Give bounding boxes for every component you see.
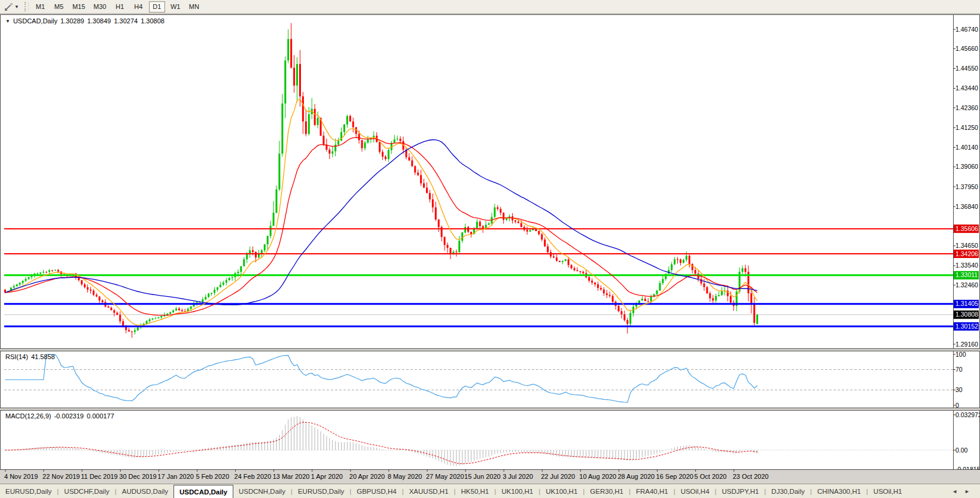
candle [620,311,622,314]
chart-tab-hk50-h1[interactable]: HK50,H1 [456,484,495,498]
chart-tab-uk100-h1[interactable]: UK100,H1 [496,484,538,498]
chart-tab-uk100-h1[interactable]: UK100,H1 [540,484,583,498]
candle [134,330,136,332]
candle [157,317,159,318]
chart-tab-china300-h1[interactable]: CHINA300,H1 [812,484,866,498]
timeframe-button-d1[interactable]: D1 [149,1,165,13]
candle [388,150,389,159]
chart-tab-xauusd-h1[interactable]: XAUUSD,H1 [404,484,454,498]
candle [647,301,649,302]
candle [650,296,652,301]
candle [497,207,498,209]
chart-tab-usoil-h4[interactable]: USOil,H4 [675,484,715,498]
crosshair-cursor-tool-button[interactable]: ▼ [1,1,22,13]
candle [364,142,366,148]
candle [217,287,218,290]
candle [559,261,561,262]
ohlc-low: 1.30274 [114,17,138,25]
candle [243,259,245,266]
chart-tab-usdjpy-h1[interactable]: USDJPY,H1 [717,484,765,498]
price-axis-tick: 1.46740 [955,26,978,33]
price-axis-tick: 1.44550 [955,65,978,72]
chart-tab-dj30-daily[interactable]: DJ30,Daily [766,484,810,498]
candle [408,157,410,160]
candle [538,231,540,234]
tab-scroll-right-icon[interactable]: ► [963,487,972,496]
candle [609,295,611,296]
chart-tab-usdchf-daily[interactable]: USDCHF,Daily [59,484,114,498]
candle [715,296,717,300]
timeframe-button-m5[interactable]: M5 [51,1,67,13]
timeframe-button-mn[interactable]: MN [186,1,202,13]
slow-ma [5,140,757,305]
chevron-down-icon: ▼ [14,4,19,10]
candle [414,166,416,173]
candle [547,247,549,253]
timeframe-button-m15[interactable]: M15 [69,1,88,13]
candle [689,256,690,264]
symbol-dropdown-icon[interactable]: ▼ [5,19,10,24]
chart-tab-usoil-h1[interactable]: USOil,H1 [868,484,908,498]
candle [467,227,469,232]
main-chart-panel[interactable]: 1.467401.456601.445501.434401.423601.412… [0,14,980,349]
chart-tab-eurusd-daily[interactable]: EURUSD,Daily [0,484,57,498]
date-axis-label: 23 Oct 2020 [733,473,769,480]
timeframe-button-w1[interactable]: W1 [168,1,184,13]
candle [674,259,675,264]
chart-tab-gbpusd-h4[interactable]: GBPUSD,H4 [351,484,401,498]
ohlc-open: 1.30289 [60,17,84,25]
macd-panel[interactable]: 0.0329720.00-0.018154 MACD(12,26,9) -0.0… [0,410,980,470]
candle [400,139,401,141]
candle [116,313,118,315]
crosshair-cursor-icon [4,2,13,11]
timeframe-button-m1[interactable]: M1 [32,1,48,13]
timeframe-button-m30[interactable]: M30 [90,1,109,13]
fast-ma [5,99,757,325]
candle [659,283,661,291]
candle [19,283,21,285]
candle [641,299,643,300]
candle [458,241,460,252]
date-axis-label: 5 Feb 2020 [196,473,229,480]
candle [169,312,171,314]
candle [255,252,257,257]
candle [84,284,86,287]
candle [367,139,369,142]
macd-axis-tick: 0.032972 [955,411,979,418]
candle [461,232,463,241]
rsi-panel[interactable]: 10070300 RSI(14) 41.5858 [0,351,980,408]
candle [252,250,254,252]
candle [692,264,693,270]
tab-scroll-buttons: ◄► [950,484,980,498]
candle [429,193,431,199]
rsi-line [5,354,757,402]
date-axis: 4 Nov 201922 Nov 201911 Dec 201930 Dec 2… [0,470,980,484]
chart-tab-fra40-h1[interactable]: FRA40,H1 [631,484,674,498]
candle [358,134,360,140]
macd-main-value: -0.002319 [54,412,84,420]
candle [623,314,625,320]
chart-tab-usdcnh-daily[interactable]: USDCNH,Daily [233,484,291,498]
timeframe-button-h1[interactable]: H1 [112,1,128,13]
candle [28,277,29,279]
date-axis-label: 5 Oct 2020 [695,473,727,480]
chart-tab-usdcad-daily[interactable]: USDCAD,Daily [174,485,233,498]
chart-tab-audusd-daily[interactable]: AUDUSD,Daily [117,484,174,498]
timeframe-button-h4[interactable]: H4 [130,1,147,13]
chart-tab-eurusd-daily[interactable]: EURUSD,Daily [293,484,349,498]
candle [479,221,481,226]
candle [503,212,504,220]
candle [102,300,104,302]
candle [328,150,330,154]
candle [284,60,286,104]
date-axis-label: 17 Jan 2020 [157,473,194,480]
ohlc-close: 1.30808 [141,17,165,25]
candle [13,286,15,287]
candle [220,285,221,287]
rsi-axis-tick: 70 [955,366,963,373]
candle [175,308,177,310]
tab-scroll-left-icon[interactable]: ◄ [950,487,959,496]
price-tag-label: 1.34206 [955,250,978,257]
chart-tab-ger30-h1[interactable]: GER30,H1 [585,484,629,498]
date-axis-label: 10 Aug 2020 [579,473,616,480]
